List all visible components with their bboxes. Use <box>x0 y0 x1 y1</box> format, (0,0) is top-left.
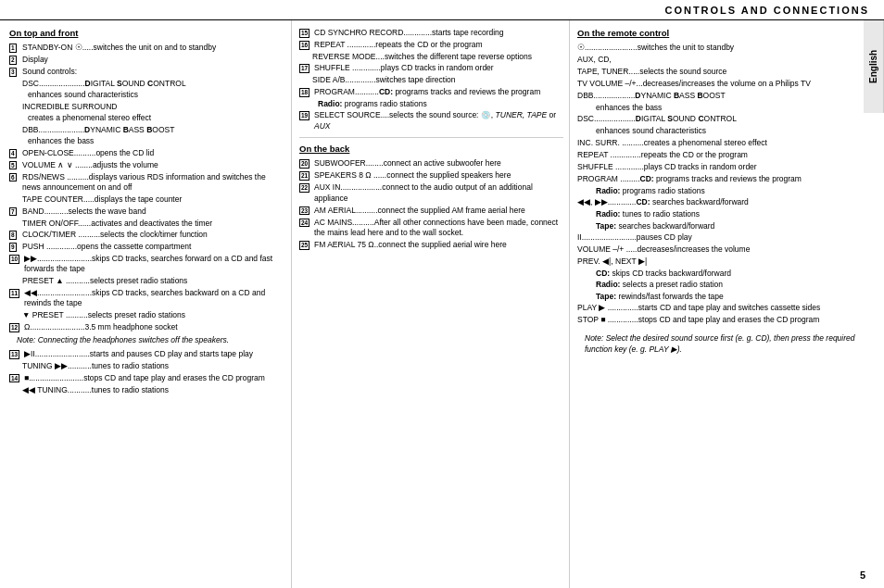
entry-number: 1 <box>9 43 22 53</box>
list-item: INC. SURR. ..........creates a phenomena… <box>577 138 858 148</box>
list-item: STOP ■ ..............stops CD and tape p… <box>577 315 858 325</box>
entry-content: PROGRAM...........CD: programs tracks an… <box>314 87 563 97</box>
entry-content: Sound controls: <box>22 67 285 77</box>
entry-number: 7 <box>9 206 22 217</box>
entry-content: PREV. ◀|, NEXT ▶| <box>577 256 858 267</box>
list-item: ◀◀, ▶▶.............CD: searches backward… <box>577 197 858 207</box>
list-item: Tape: rewinds/fast forwards the tape <box>577 292 858 302</box>
entry-content: CD SYNCHRO RECORD.............starts tap… <box>314 28 563 38</box>
list-item: VOLUME –/+ .....decreases/increases the … <box>577 244 858 255</box>
entry-number: 11 <box>9 288 24 309</box>
entry-content: CLOCK/TIMER ..........selects the clock/… <box>22 230 285 240</box>
entry-content: VOLUME –/+ .....decreases/increases the … <box>577 244 858 255</box>
entry-content: INC. SURR. ..........creates a phenomena… <box>577 138 858 148</box>
entry-content: PLAY ▶ ..............starts CD and tape … <box>577 303 858 313</box>
entry-content: BAND...........selects the wave band <box>22 206 285 217</box>
entry-number: 4 <box>9 148 22 158</box>
entry-content: ▶▶.........................skips CD trac… <box>24 254 285 275</box>
list-item: enhances sound characteristics <box>577 126 858 136</box>
list-item: 4 OPEN-CLOSE..........opens the CD lid <box>9 148 285 158</box>
entry-content: SHUFFLE .............plays CD tracks in … <box>314 63 563 73</box>
entry-content: ◀◀, ▶▶.............CD: searches backward… <box>577 197 858 207</box>
list-item: DBB...................DYNAMIC BASS BOOST <box>577 91 858 101</box>
left-section-title: On top and front <box>9 28 285 38</box>
list-item: 20 SUBWOOFER........connect an active su… <box>299 158 563 169</box>
list-item: 8 CLOCK/TIMER ..........selects the cloc… <box>9 230 285 240</box>
list-item: 18 PROGRAM...........CD: programs tracks… <box>299 87 563 97</box>
right-column: On the remote control ☉.................… <box>570 20 864 588</box>
list-item: REPEAT ..............repeats the CD or t… <box>577 150 858 160</box>
list-item: ☉........................switches the un… <box>577 43 858 53</box>
entry-content: ◀◀.........................skips CD trac… <box>24 288 285 309</box>
list-item: SHUFFLE .............plays CD tracks in … <box>577 162 858 172</box>
entry-content: FM AERIAL 75 Ω..connect the supplied aer… <box>314 240 563 250</box>
list-item: DSC...................DIGITAL SOUND CONT… <box>577 114 858 124</box>
entry-number: 15 <box>299 28 314 38</box>
list-item: PLAY ▶ ..............starts CD and tape … <box>577 303 858 313</box>
language-tab: English <box>864 20 884 113</box>
section-divider <box>299 137 563 138</box>
entry-number: 10 <box>9 254 24 275</box>
list-item: 3 Sound controls: <box>9 67 285 77</box>
list-item: 25 FM AERIAL 75 Ω..connect the supplied … <box>299 240 563 250</box>
list-item: 21 SPEAKERS 8 Ω ......connect the suppli… <box>299 170 563 181</box>
list-item: REVERSE MODE....switches the different t… <box>299 52 563 62</box>
entry-number: 24 <box>299 218 314 239</box>
entry-content: DBB...................DYNAMIC BASS BOOST <box>577 91 858 101</box>
list-item: PRESET ▲ ...........selects preset radio… <box>9 276 285 286</box>
list-item: CD: skips CD tracks backward/forward <box>577 269 858 279</box>
list-item: Tape: searches backward/forward <box>577 221 858 231</box>
entry-number: 14 <box>9 373 24 383</box>
list-item: TIMER ON/OFF......activates and deactiva… <box>9 219 285 229</box>
list-item: 2 Display <box>9 55 285 65</box>
list-item: AUX, CD, <box>577 55 858 65</box>
middle-column: 15 CD SYNCHRO RECORD.............starts … <box>292 20 570 588</box>
entry-number: 21 <box>299 170 314 181</box>
entry-content: ■.........................stops CD and t… <box>24 373 285 383</box>
middle-top-section: 15 CD SYNCHRO RECORD.............starts … <box>299 28 563 131</box>
entry-number: 2 <box>9 55 22 65</box>
list-item: TV VOLUME –/+...decreases/increases the … <box>577 79 858 89</box>
list-item: ▼ PRESET ..........selects preset radio … <box>9 310 285 320</box>
list-item: TAPE COUNTER.....displays the tape count… <box>9 194 285 205</box>
back-section-title: On the back <box>299 144 563 154</box>
entry-number: 9 <box>9 242 22 252</box>
list-item: TAPE, TUNER.....selects the sound source <box>577 67 858 77</box>
entry-content: ☉........................switches the un… <box>577 43 858 53</box>
right-section-title: On the remote control <box>577 28 858 38</box>
entry-content: Display <box>22 55 285 65</box>
entry-number: 20 <box>299 158 314 169</box>
list-item: DBB.....................DYNAMIC BASS BOO… <box>9 125 285 135</box>
entry-number: 25 <box>299 240 314 250</box>
list-item: enhances the bass <box>9 136 285 146</box>
list-item: 24 AC MAINS..........After all other con… <box>299 218 563 239</box>
list-item: SIDE A/B..............switches tape dire… <box>299 75 563 85</box>
main-content: On top and front 1 STANDBY-ON ☉.....swit… <box>0 20 864 588</box>
list-item: II.........................pauses CD pla… <box>577 232 858 243</box>
entry-content: AUX, CD, <box>577 55 858 65</box>
note-text: Note: Connecting the headphones switches… <box>9 335 285 346</box>
entry-content: OPEN-CLOSE..........opens the CD lid <box>22 148 285 158</box>
list-item: 22 AUX IN...................connect to t… <box>299 182 563 204</box>
entry-number: 18 <box>299 87 314 97</box>
entry-content: PUSH ..............opens the cassette co… <box>22 242 285 252</box>
list-item: Radio: tunes to radio stations <box>577 209 858 219</box>
entry-content: SPEAKERS 8 Ω ......connect the supplied … <box>314 170 563 181</box>
list-item: Radio: programs radio stations <box>577 186 858 196</box>
entry-content: AC MAINS..........After all other connec… <box>314 218 563 239</box>
entry-number: 5 <box>9 160 22 170</box>
list-item: enhances the bass <box>577 103 858 113</box>
entry-content: PROGRAM .........CD: programs tracks and… <box>577 174 858 184</box>
list-item: creates a phenomenal stereo effect <box>9 113 285 123</box>
entry-content: TV VOLUME –/+...decreases/increases the … <box>577 79 858 89</box>
list-item: 9 PUSH ..............opens the cassette … <box>9 242 285 252</box>
entry-number: 6 <box>9 172 22 194</box>
list-item: 15 CD SYNCHRO RECORD.............starts … <box>299 28 563 38</box>
entry-content: RDS/NEWS ..........displays various RDS … <box>22 172 285 194</box>
list-item: PREV. ◀|, NEXT ▶| <box>577 256 858 267</box>
entry-number: 23 <box>299 206 314 216</box>
right-note-text: Note: Select the desired sound source fi… <box>577 333 858 356</box>
entry-content: DSC...................DIGITAL SOUND CONT… <box>577 114 858 124</box>
list-item: 23 AM AERIAL..........connect the suppli… <box>299 206 563 216</box>
entry-content: STOP ■ ..............stops CD and tape p… <box>577 315 858 325</box>
